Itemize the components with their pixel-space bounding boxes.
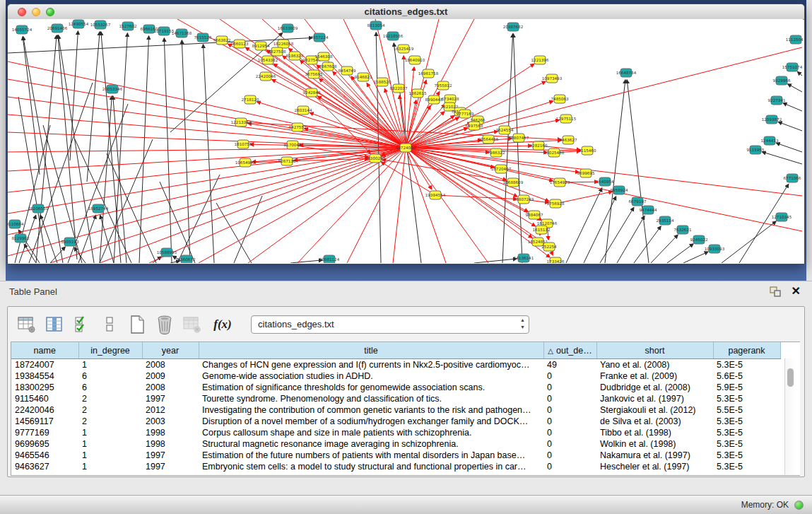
graph-edge-black[interactable] xyxy=(634,226,661,263)
table-cell[interactable]: 9115460 xyxy=(11,393,78,404)
table-cell[interactable]: 0 xyxy=(543,461,596,472)
table-cell[interactable]: 0 xyxy=(543,370,596,382)
table-row[interactable]: 911546021997Tourette syndrome. Phenomeno… xyxy=(11,393,780,404)
column-header-name[interactable]: name xyxy=(11,343,78,359)
table-cell[interactable]: Corpus callosum shape and size in male p… xyxy=(199,427,543,438)
graph-node[interactable]: 1640954 xyxy=(596,177,614,186)
graph-node[interactable]: 3624554 xyxy=(496,126,514,134)
table-cell[interactable]: 2 xyxy=(78,393,142,404)
table-cell[interactable]: 6 xyxy=(78,382,142,393)
delete-table-button[interactable] xyxy=(182,313,203,336)
network-window-titlebar[interactable]: citations_edges.txt xyxy=(8,4,804,20)
graph-edge-black[interactable] xyxy=(23,37,63,263)
graph-node[interactable]: 6679197 xyxy=(629,197,647,206)
table-row[interactable]: 1830029562008Estimation of significance … xyxy=(11,382,780,393)
table-cell[interactable]: 5.3E-5 xyxy=(713,416,780,427)
table-cell[interactable]: Yano et al. (2008) xyxy=(596,359,713,371)
float-window-button[interactable] xyxy=(770,286,781,297)
graph-node[interactable]: 16648784 xyxy=(616,69,637,77)
table-cell[interactable]: 2003 xyxy=(142,416,199,427)
table-cell[interactable]: Tibbo et al. (1998) xyxy=(596,427,713,438)
graph-node[interactable]: 11125044 xyxy=(786,35,803,44)
table-cell[interactable]: 2008 xyxy=(142,359,199,371)
graph-node[interactable]: 6771066 xyxy=(784,174,801,182)
graph-node[interactable]: 1733426 xyxy=(547,257,565,263)
graph-node[interactable]: 15751074 xyxy=(782,63,803,71)
table-cell[interactable]: Dudbridge et al. (2008) xyxy=(596,382,713,393)
graph-node[interactable]: 10807467 xyxy=(509,134,529,142)
table-cell[interactable]: Nakamura et al. (1997) xyxy=(596,450,713,461)
graph-node[interactable]: 8170046 xyxy=(284,141,302,149)
graph-node[interactable]: 16033809 xyxy=(278,24,298,33)
table-cell[interactable]: 2009 xyxy=(142,370,199,382)
graph-node[interactable]: 10553267 xyxy=(90,21,111,29)
select-rows-button[interactable] xyxy=(71,313,93,336)
graph-node[interactable]: 9282160 xyxy=(530,141,548,150)
table-cell[interactable]: 2012 xyxy=(142,404,199,416)
graph-edge-black[interactable] xyxy=(204,45,214,263)
graph-edge-black[interactable] xyxy=(70,31,78,160)
graph-node[interactable]: 7615526 xyxy=(194,33,212,42)
graph-edge-black[interactable] xyxy=(617,216,645,263)
table-cell[interactable]: 0 xyxy=(543,404,596,416)
table-cell[interactable]: Hescheler et al. (1997) xyxy=(596,461,713,472)
graph-node[interactable]: 19218586 xyxy=(383,32,404,40)
graph-edge-red[interactable] xyxy=(435,195,517,199)
graph-edge-black[interactable] xyxy=(114,33,127,263)
graph-edge-red[interactable] xyxy=(406,47,802,148)
table-cell[interactable]: Structural magnetic resonance image aver… xyxy=(199,438,543,450)
table-cell[interactable]: 5.3E-5 xyxy=(713,461,780,472)
graph-node[interactable]: 16961758 xyxy=(418,69,439,78)
table-cell[interactable]: 9777169 xyxy=(11,427,78,438)
table-cell[interactable]: 14569117 xyxy=(11,416,78,427)
table-row[interactable]: 946362711997Embryonic stem cells: a mode… xyxy=(11,461,780,472)
table-mode-button[interactable] xyxy=(16,313,37,336)
table-cell[interactable]: Investigating the contribution of common… xyxy=(199,404,543,416)
graph-node[interactable]: 2935114 xyxy=(657,216,674,225)
graph-edge-black[interactable] xyxy=(605,80,625,263)
table-cell[interactable]: 0 xyxy=(543,382,596,393)
graph-node[interactable]: 1221396 xyxy=(531,56,549,64)
graph-node[interactable]: 9115460 xyxy=(579,146,596,155)
scrollbar-thumb[interactable] xyxy=(787,368,794,387)
graph-node[interactable]: 2803144 xyxy=(295,106,312,115)
graph-node[interactable]: 1588520 xyxy=(374,78,392,86)
table-cell[interactable]: 22420046 xyxy=(11,404,78,416)
graph-node[interactable]: 20387682 xyxy=(503,23,523,31)
table-cell[interactable]: Disruption of a novel member of a sodium… xyxy=(199,416,543,427)
column-header-title[interactable]: title xyxy=(199,343,543,359)
graph-node[interactable]: 12490554 xyxy=(69,20,89,28)
graph-node[interactable]: 9110684 xyxy=(8,220,24,228)
table-selector[interactable]: citations_edges.txt ▲ ▼ xyxy=(251,315,529,334)
graph-edge-black[interactable] xyxy=(58,35,77,259)
graph-edge-red[interactable] xyxy=(382,162,435,195)
graph-edge-black[interactable] xyxy=(74,247,86,263)
table-cell[interactable]: 1 xyxy=(78,438,142,450)
graph-edge-black[interactable] xyxy=(600,208,634,263)
table-cell[interactable]: 0 xyxy=(543,427,596,438)
graph-edge-black[interactable] xyxy=(40,215,57,263)
table-row[interactable]: 1872400712008Changes of HCN gene express… xyxy=(11,359,780,371)
graph-node[interactable]: 7663822 xyxy=(213,36,231,45)
graph-edge-red[interactable] xyxy=(149,148,406,263)
graph-node[interactable]: 1527602 xyxy=(119,22,137,30)
column-header-year[interactable]: year xyxy=(142,343,199,359)
table-cell[interactable]: Embryonic stem cells: a model to study s… xyxy=(199,461,543,472)
graph-edge-black[interactable] xyxy=(59,35,94,263)
table-row[interactable]: 1456911722003Disruption of a novel membe… xyxy=(11,416,780,427)
table-cell[interactable]: Franke et al. (2009) xyxy=(596,370,713,382)
graph-node[interactable]: 12213383 xyxy=(231,118,252,127)
table-row[interactable]: 2242004622012Investigating the contribut… xyxy=(11,404,780,416)
table-row[interactable]: 946554611997Estimation of the future num… xyxy=(11,450,780,461)
graph-node[interactable]: 10588995 xyxy=(157,248,177,257)
table-cell[interactable]: Genome-wide association studies in ADHD. xyxy=(199,370,543,382)
graph-edge-black[interactable] xyxy=(502,34,513,263)
table-cell[interactable]: 0 xyxy=(543,416,596,427)
graph-node[interactable]: 7485063 xyxy=(551,95,569,103)
table-cell[interactable]: Wolkin et al. (1998) xyxy=(596,438,713,450)
table-cell[interactable]: 5.3E-5 xyxy=(713,359,780,371)
graph-node[interactable]: 7986322 xyxy=(488,148,505,157)
network-window[interactable]: citations_edges.txt 18724007766382298601… xyxy=(7,4,805,264)
graph-node[interactable]: 252254 xyxy=(541,243,557,251)
graph-node[interactable]: 7632621 xyxy=(674,226,692,234)
